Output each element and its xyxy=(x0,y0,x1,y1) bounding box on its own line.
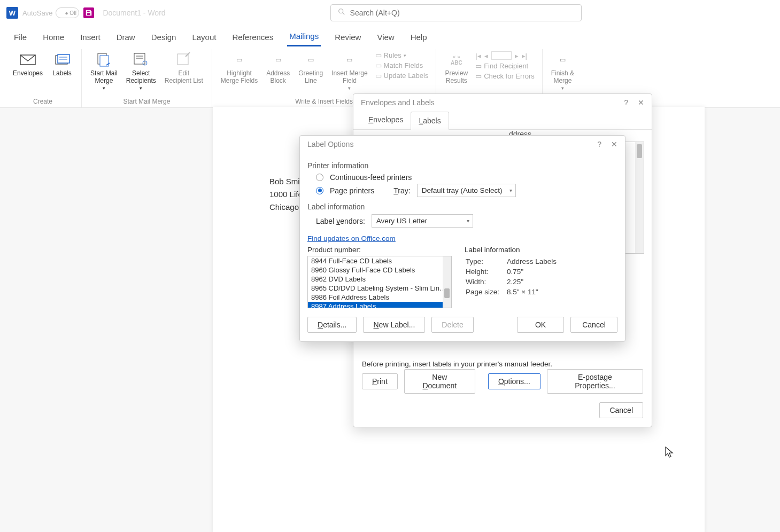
tray-label: Tray: xyxy=(393,186,410,195)
chevron-down-icon: ▾ xyxy=(103,85,105,91)
tab-references[interactable]: References xyxy=(230,28,275,46)
finish-icon: ▭ xyxy=(554,51,571,68)
address-block-icon: ▭ xyxy=(269,51,287,68)
table-row: Width:2.25" xyxy=(466,277,563,286)
preview-icon: « »ABC xyxy=(448,51,465,68)
check-icon: ▭ xyxy=(475,72,482,80)
radio-icon[interactable] xyxy=(316,187,323,194)
chevron-down-icon: ▾ xyxy=(561,85,564,91)
preview-results-button: « »ABC Preview Results xyxy=(441,49,472,87)
cancel-button[interactable]: Cancel xyxy=(599,402,643,418)
find-icon: ▭ xyxy=(475,62,482,70)
ok-button[interactable]: OK xyxy=(517,317,564,333)
first-record-icon: |◂ xyxy=(475,52,481,60)
match-icon: ▭ xyxy=(375,61,382,69)
tab-labels[interactable]: Labels xyxy=(411,112,449,130)
product-list-item[interactable]: 8962 DVD Labels xyxy=(308,275,451,284)
radio-icon[interactable] xyxy=(316,174,323,181)
insert-merge-field-button: ▭Insert Merge Field▾ xyxy=(327,49,372,93)
tab-design[interactable]: Design xyxy=(149,28,179,46)
product-number-label: Product number: xyxy=(307,246,452,254)
help-icon[interactable]: ? xyxy=(597,140,601,148)
edit-recipient-list-button: Edit Recipient List xyxy=(160,49,207,87)
tab-view[interactable]: View xyxy=(375,28,396,46)
new-document-button[interactable]: New Document xyxy=(404,369,475,394)
tab-draw[interactable]: Draw xyxy=(114,28,137,46)
label-info-heading: Label information xyxy=(307,202,617,211)
tray-dropdown[interactable]: Default tray (Auto Select)▾ xyxy=(417,184,516,197)
ribbon-tabs: FileHomeInsertDrawDesignLayoutReferences… xyxy=(0,26,780,48)
tab-envelopes[interactable]: Envelopes xyxy=(361,111,411,129)
label-vendors-dropdown[interactable]: Avery US Letter▾ xyxy=(372,214,473,228)
insert-field-icon: ▭ xyxy=(341,51,358,68)
epostage-button[interactable]: E-postage Properties... xyxy=(547,369,643,394)
edit-list-icon xyxy=(175,51,192,68)
start-merge-icon xyxy=(95,51,112,68)
tab-mailings[interactable]: Mailings xyxy=(287,27,321,46)
find-updates-link[interactable]: Find updates on Office.com xyxy=(307,234,396,242)
search-input[interactable] xyxy=(350,9,575,17)
dialog-tabs: Envelopes Labels xyxy=(353,111,652,130)
recipients-icon xyxy=(133,51,150,68)
highlight-icon: ▭ xyxy=(230,51,248,68)
rules-column: ▭ Rules ▾ ▭ Match Fields ▭ Update Labels xyxy=(372,49,432,82)
next-record-icon: ▸ xyxy=(515,52,519,60)
print-instruction: Before printing, insert labels in your p… xyxy=(362,360,643,368)
print-button[interactable]: Print xyxy=(362,373,398,389)
rules-icon: ▭ xyxy=(375,51,382,59)
cancel-button[interactable]: Cancel xyxy=(570,317,617,333)
new-label-button[interactable]: New Label... xyxy=(363,317,425,333)
product-list-item[interactable]: 8960 Glossy Full-Face CD Labels xyxy=(308,265,451,275)
update-icon: ▭ xyxy=(375,72,382,80)
product-number-listbox[interactable]: 8944 Full-Face CD Labels8960 Glossy Full… xyxy=(307,256,452,308)
ribbon-group-label: Start Mail Merge xyxy=(86,98,207,107)
word-app-icon: W xyxy=(6,7,18,19)
autosave-toggle[interactable]: ● Off xyxy=(56,7,79,18)
tab-home[interactable]: Home xyxy=(41,28,66,46)
svg-point-0 xyxy=(338,9,343,13)
tab-file[interactable]: File xyxy=(12,28,29,46)
printer-info-heading: Printer information xyxy=(307,161,617,170)
tab-layout[interactable]: Layout xyxy=(190,28,218,46)
close-icon[interactable]: ✕ xyxy=(611,140,617,148)
page-printers-radio-row[interactable]: Page printers Tray: Default tray (Auto S… xyxy=(316,184,617,197)
chevron-down-icon: ▾ xyxy=(467,218,469,224)
tab-help[interactable]: Help xyxy=(408,28,429,46)
greeting-line-button: ▭Greeting Line xyxy=(294,49,327,87)
scroll-thumb[interactable] xyxy=(637,144,642,158)
envelopes-button[interactable]: Envelopes xyxy=(9,49,47,79)
chevron-down-icon: ▾ xyxy=(509,187,512,193)
table-row: Height:0.75" xyxy=(466,267,563,276)
greeting-icon: ▭ xyxy=(302,51,319,68)
labels-button[interactable]: Labels xyxy=(47,49,77,79)
tab-insert[interactable]: Insert xyxy=(78,28,103,46)
options-button[interactable]: Options... xyxy=(488,373,540,389)
product-list-item[interactable]: 8965 CD/DVD Labeling System - Slim Line … xyxy=(308,284,451,293)
scrollbar[interactable] xyxy=(443,256,451,308)
table-row: Type:Address Labels xyxy=(466,257,563,266)
scroll-thumb[interactable] xyxy=(444,288,450,298)
tab-review[interactable]: Review xyxy=(333,28,363,46)
prev-record-icon: ◂ xyxy=(484,52,488,60)
dialog-title-text: Label Options xyxy=(307,140,353,148)
svg-rect-4 xyxy=(58,54,69,63)
continuous-printers-radio-row[interactable]: Continuous-feed printers xyxy=(316,173,617,182)
find-recipient-button: ▭ Find Recipient xyxy=(475,62,535,70)
product-list-item[interactable]: 8944 Full-Face CD Labels xyxy=(308,256,451,265)
save-icon[interactable] xyxy=(83,7,94,18)
details-button[interactable]: Details... xyxy=(307,317,357,333)
chevron-down-icon: ▾ xyxy=(348,85,351,91)
select-recipients-button[interactable]: Select Recipients ▾ xyxy=(122,49,160,93)
autosave-control[interactable]: AutoSave ● Off xyxy=(22,7,79,18)
start-mail-merge-button[interactable]: Start Mail Merge ▾ xyxy=(86,49,122,93)
product-list-item[interactable]: 8986 Foil Address Labels xyxy=(308,293,451,302)
product-list-item[interactable]: 8987 Address Labels xyxy=(308,302,451,308)
search-box[interactable] xyxy=(330,4,582,21)
scrollbar[interactable] xyxy=(635,142,644,253)
help-icon[interactable]: ? xyxy=(624,98,628,107)
document-title: Document1 - Word xyxy=(103,9,165,17)
record-number-input xyxy=(491,51,512,60)
table-row: Page size:8.5" × 11" xyxy=(466,287,563,296)
close-icon[interactable]: ✕ xyxy=(638,98,644,107)
label-info-table: Type:Address LabelsHeight:0.75"Width:2.2… xyxy=(465,256,564,298)
